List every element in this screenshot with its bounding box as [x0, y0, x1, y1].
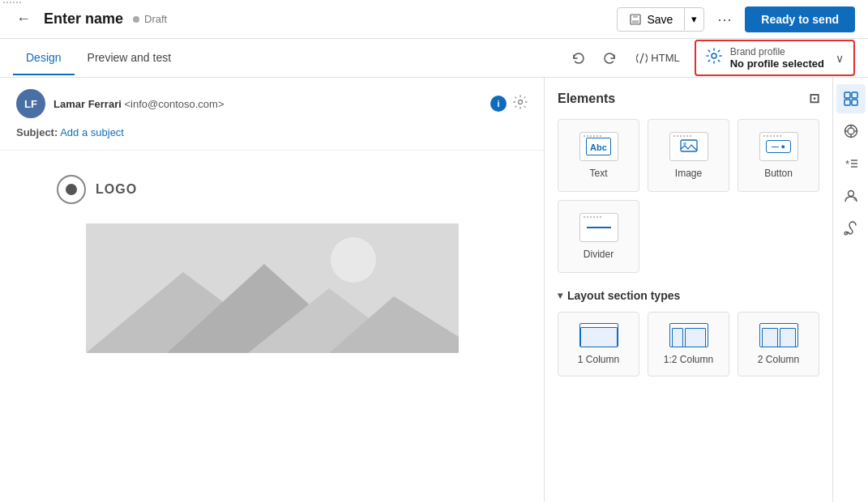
gear-icon [706, 48, 722, 68]
layout-12col-label: 1:2 Column [664, 354, 713, 365]
layout-chevron-icon: ▾ [558, 290, 562, 301]
svg-point-27 [848, 191, 853, 197]
email-body: LOGO [0, 151, 544, 377]
brand-profile-label: Brand profile [730, 46, 824, 57]
sidebar-elements-button[interactable] [836, 84, 866, 113]
elements-title: Elements [558, 91, 615, 106]
svg-point-17 [848, 128, 854, 134]
save-main-button[interactable]: Save [618, 8, 684, 31]
sender-left: LF Lamar Ferrari <info@contoso.com> [16, 89, 224, 118]
back-button[interactable]: ← [13, 7, 34, 31]
nav-tabs: Design Preview and test [13, 41, 184, 75]
layout-section-title: Layout section types [567, 289, 680, 302]
button-element-label: Button [764, 168, 793, 179]
sender-email: <info@contoso.com> [124, 98, 224, 110]
svg-point-28 [853, 198, 857, 201]
sidebar-personalize-button[interactable] [836, 181, 866, 211]
layout-12col-card[interactable]: 1:2 Column [648, 312, 729, 376]
logo-inner [66, 184, 77, 195]
html-icon [636, 53, 648, 64]
layout-2col-icon [759, 323, 798, 347]
placeholder-image [86, 223, 459, 353]
svg-rect-14 [852, 92, 857, 98]
save-label: Save [647, 13, 673, 26]
sender-actions: i [490, 95, 528, 113]
top-bar-left: ← Enter name Draft [13, 7, 167, 31]
email-header: LF Lamar Ferrari <info@contoso.com> i [0, 78, 544, 151]
panel-content: Elements ⊡ Abc Text [545, 78, 832, 502]
more-options-button[interactable]: ⋯ [711, 6, 738, 33]
undo-icon [571, 51, 586, 66]
divider-element-label: Divider [584, 249, 614, 260]
canvas-area: LF Lamar Ferrari <info@contoso.com> i [0, 78, 544, 502]
save-dropdown-icon: ▾ [691, 13, 697, 25]
element-text-card[interactable]: Abc Text [558, 119, 639, 192]
avatar: LF [16, 89, 45, 118]
logo-icon [57, 175, 86, 204]
layout-2col-card[interactable]: 2 Column [738, 312, 819, 376]
subject-label: Subject: [16, 126, 58, 138]
element-image-card[interactable]: Image [648, 119, 729, 192]
info-icon[interactable]: i [490, 96, 507, 112]
image-element-label: Image [675, 168, 702, 179]
svg-rect-16 [852, 100, 857, 105]
sidebar-style-button[interactable] [836, 117, 866, 146]
personalize-icon [844, 189, 858, 203]
sub-nav: Design Preview and test HTML Brand profi… [0, 39, 868, 78]
more-icon: ⋯ [717, 11, 732, 28]
tab-preview[interactable]: Preview and test [75, 41, 185, 75]
redo-icon [602, 51, 617, 66]
logo-area: LOGO [49, 175, 495, 204]
sidebar-conditions-button[interactable]: * [836, 149, 866, 178]
brand-profile-button[interactable]: Brand profile No profile selected ∨ [695, 40, 855, 76]
elements-grid: Abc Text Image [558, 119, 819, 273]
main-layout: LF Lamar Ferrari <info@contoso.com> i [0, 78, 868, 502]
sender-name: Lamar Ferrari [53, 98, 122, 110]
brand-profile-chevron-icon: ∨ [836, 52, 844, 65]
tab-design[interactable]: Design [13, 41, 75, 75]
conditions-icon: * [844, 156, 858, 171]
sender-settings-icon[interactable] [513, 95, 528, 113]
page-title: Enter name [44, 11, 123, 28]
expand-icon[interactable]: ⊡ [809, 91, 819, 106]
svg-point-10 [331, 237, 376, 283]
svg-text:*: * [845, 158, 849, 170]
top-bar-right: Save ▾ ⋯ Ready to send [617, 6, 855, 33]
element-divider-card[interactable]: Divider [558, 200, 639, 273]
save-icon [629, 13, 642, 26]
sub-nav-right: HTML Brand profile No profile selected ∨ [567, 40, 855, 76]
paint-icon [844, 221, 858, 236]
save-dropdown-button[interactable]: ▾ [684, 8, 703, 30]
draft-dot [133, 16, 139, 23]
layout-1col-card[interactable]: 1 Column [558, 312, 639, 376]
ready-to-send-button[interactable]: Ready to send [745, 6, 855, 32]
side-icon-bar: * [832, 78, 868, 502]
undo-button[interactable] [567, 46, 591, 70]
svg-rect-13 [844, 92, 850, 98]
svg-rect-1 [633, 15, 638, 18]
text-element-label: Text [589, 168, 607, 179]
save-button-group[interactable]: Save ▾ [617, 7, 704, 32]
back-icon: ← [16, 11, 31, 28]
panel-title: Elements ⊡ [558, 91, 819, 106]
image-placeholder [86, 223, 459, 353]
sender-row: LF Lamar Ferrari <info@contoso.com> i [16, 89, 528, 118]
divider-element-icon [579, 213, 618, 242]
svg-rect-15 [844, 100, 850, 105]
brand-profile-value: No profile selected [730, 57, 824, 70]
layout-2col-label: 2 Column [758, 354, 799, 365]
redo-button[interactable] [597, 46, 622, 70]
sidebar-paint-button[interactable] [836, 214, 866, 243]
layout-1col-label: 1 Column [578, 354, 619, 365]
html-button[interactable]: HTML [628, 47, 687, 69]
layout-1col-icon [579, 323, 618, 347]
draft-badge: Draft [133, 13, 167, 25]
logo-text: LOGO [96, 182, 137, 197]
image-element-icon [669, 132, 708, 161]
svg-point-4 [519, 100, 523, 104]
element-button-card[interactable]: — ● Button [738, 119, 819, 192]
add-subject-link[interactable]: Add a subject [60, 126, 124, 138]
layout-section-header[interactable]: ▾ Layout section types [558, 289, 819, 302]
subject-row: Subject: Add a subject [16, 126, 528, 138]
top-bar: ← Enter name Draft Save ▾ ⋯ Ready to sen… [0, 0, 868, 39]
